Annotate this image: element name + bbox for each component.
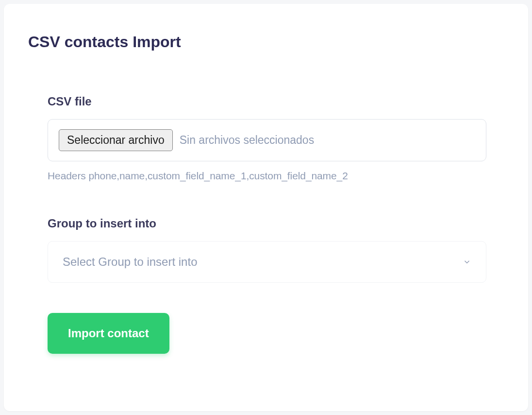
group-select-placeholder: Select Group to insert into — [63, 255, 197, 269]
group-select-label: Group to insert into — [48, 217, 486, 230]
csv-file-label: CSV file — [48, 95, 486, 108]
import-contact-button[interactable]: Import contact — [48, 313, 169, 354]
page-title: CSV contacts Import — [28, 33, 504, 51]
file-status-text: Sin archivos seleccionados — [180, 134, 314, 147]
csv-file-field: CSV file Seleccionar archivo Sin archivo… — [48, 95, 486, 182]
form-content: CSV file Seleccionar archivo Sin archivo… — [28, 95, 504, 354]
group-select-field: Group to insert into Select Group to ins… — [48, 217, 486, 283]
file-select-button[interactable]: Seleccionar archivo — [59, 129, 173, 151]
group-select-dropdown[interactable]: Select Group to insert into — [48, 241, 486, 283]
chevron-down-icon — [463, 258, 471, 266]
csv-file-input-wrapper[interactable]: Seleccionar archivo Sin archivos selecci… — [48, 119, 486, 161]
csv-headers-help-text: Headers phone,name,custom_field_name_1,c… — [48, 170, 486, 182]
import-card: CSV contacts Import CSV file Seleccionar… — [4, 4, 528, 411]
